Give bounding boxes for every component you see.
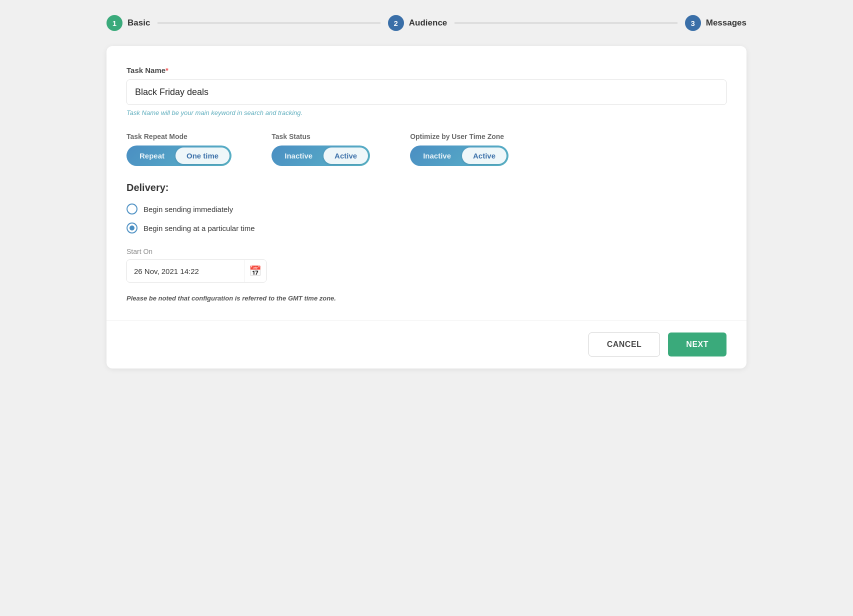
delivery-title: Delivery:: [126, 182, 726, 194]
task-status-label: Task Status: [272, 132, 370, 140]
form-card: Task Name* Task Name will be your main k…: [106, 46, 746, 368]
page-wrapper: 1 Basic 2 Audience 3 Messages Task Name*…: [106, 15, 746, 368]
cancel-button[interactable]: CANCEL: [588, 332, 660, 356]
task-name-section: Task Name* Task Name will be your main k…: [126, 66, 726, 116]
timezone-option-inactive[interactable]: Inactive: [412, 148, 462, 164]
delivery-immediately-label: Begin sending immediately: [144, 205, 233, 214]
repeat-option-repeat[interactable]: Repeat: [128, 148, 176, 164]
task-status-group: Task Status Inactive Active: [272, 132, 370, 166]
step-label-basic: Basic: [128, 18, 150, 28]
step-messages: 3 Messages: [685, 15, 746, 31]
start-on-label: Start On: [126, 248, 726, 256]
radio-particular-time[interactable]: [126, 222, 138, 234]
step-label-messages: Messages: [706, 18, 746, 28]
step-line-2: [454, 22, 677, 24]
step-audience: 2 Audience: [388, 15, 448, 31]
start-on-section: Start On 📅: [126, 248, 726, 282]
calendar-icon: 📅: [249, 265, 262, 277]
delivery-immediately[interactable]: Begin sending immediately: [126, 204, 726, 214]
gmt-note: Please be noted that configuration is re…: [126, 294, 726, 302]
repeat-mode-label: Task Repeat Mode: [126, 132, 232, 140]
task-name-input[interactable]: [126, 80, 726, 105]
step-circle-messages: 3: [685, 15, 701, 31]
stepper: 1 Basic 2 Audience 3 Messages: [106, 15, 746, 31]
status-option-active[interactable]: Active: [324, 148, 368, 164]
timezone-option-active[interactable]: Active: [462, 148, 506, 164]
delivery-radio-group: Begin sending immediately Begin sending …: [126, 204, 726, 234]
repeat-option-onetime[interactable]: One time: [176, 148, 230, 164]
optimize-timezone-group: Optimize by User Time Zone Inactive Acti…: [410, 132, 508, 166]
repeat-mode-toggle[interactable]: Repeat One time: [126, 146, 232, 166]
radio-immediately[interactable]: [126, 204, 138, 214]
date-input-wrapper: 📅: [126, 260, 266, 282]
status-option-inactive[interactable]: Inactive: [274, 148, 324, 164]
toggles-row: Task Repeat Mode Repeat One time Task St…: [126, 132, 726, 166]
step-label-audience: Audience: [409, 18, 448, 28]
step-basic: 1 Basic: [106, 15, 150, 31]
task-name-hint: Task Name will be your main keyword in s…: [126, 109, 726, 116]
task-name-label: Task Name*: [126, 66, 726, 74]
calendar-button[interactable]: 📅: [244, 260, 266, 282]
required-star: *: [166, 66, 168, 74]
step-circle-audience: 2: [388, 15, 404, 31]
delivery-particular-time[interactable]: Begin sending at a particular time: [126, 222, 726, 234]
date-input[interactable]: [127, 261, 244, 282]
optimize-timezone-toggle[interactable]: Inactive Active: [410, 146, 508, 166]
optimize-timezone-label: Optimize by User Time Zone: [410, 132, 508, 140]
delivery-particular-time-label: Begin sending at a particular time: [144, 224, 255, 232]
next-button[interactable]: NEXT: [668, 332, 726, 356]
repeat-mode-group: Task Repeat Mode Repeat One time: [126, 132, 232, 166]
step-circle-basic: 1: [106, 15, 122, 31]
task-status-toggle[interactable]: Inactive Active: [272, 146, 370, 166]
delivery-section: Delivery: Begin sending immediately Begi…: [126, 182, 726, 302]
step-line-1: [158, 22, 380, 24]
card-footer: CANCEL NEXT: [106, 320, 746, 368]
